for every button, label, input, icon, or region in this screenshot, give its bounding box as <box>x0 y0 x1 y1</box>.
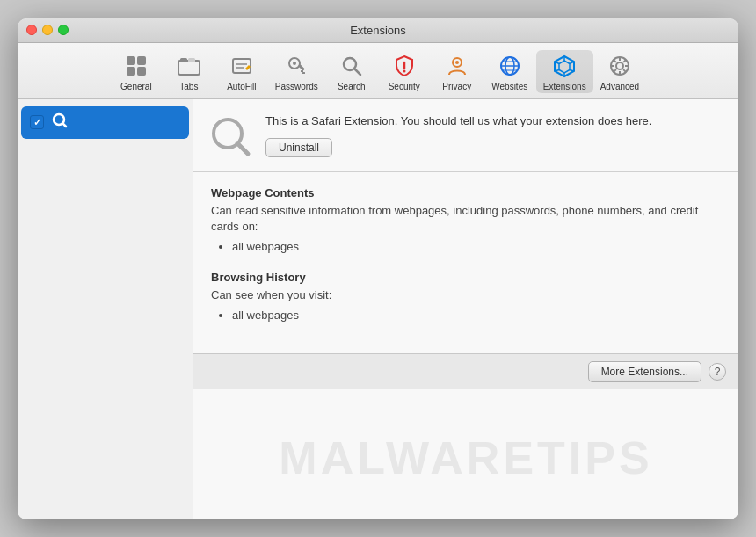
autofill-label: AutoFill <box>227 82 256 91</box>
svg-rect-6 <box>188 58 195 62</box>
extension-info: This is a Safari Extension. You should t… <box>265 113 721 157</box>
general-label: General <box>120 82 152 91</box>
titlebar: Extensions <box>18 18 738 43</box>
toolbar: General Tabs <box>18 43 738 99</box>
toolbar-item-security[interactable]: Security <box>378 50 431 93</box>
extension-sidebar-icon <box>51 112 69 134</box>
security-label: Security <box>389 82 420 91</box>
toolbar-item-tabs[interactable]: Tabs <box>163 50 215 93</box>
webpage-contents-list: all webpages <box>211 240 721 253</box>
svg-line-43 <box>614 69 616 72</box>
general-icon <box>122 52 150 80</box>
svg-point-35 <box>616 62 623 69</box>
extensions-label: Extensions <box>543 82 586 91</box>
main-panel: MALWARETIPS This is a Safari Extension. … <box>193 99 738 519</box>
websites-icon <box>496 52 524 80</box>
passwords-icon <box>282 52 310 80</box>
main-window: Extensions General <box>18 18 738 519</box>
svg-marker-27 <box>559 61 570 73</box>
extension-logo <box>207 113 253 159</box>
history-item: all webpages <box>232 308 721 322</box>
help-button[interactable]: ? <box>709 363 726 381</box>
extension-checkbox[interactable] <box>30 115 44 129</box>
autofill-icon <box>228 52 256 80</box>
svg-rect-12 <box>301 70 303 72</box>
privacy-icon <box>443 52 471 80</box>
toolbar-item-autofill[interactable]: AutoFill <box>215 50 268 93</box>
advanced-icon <box>606 52 634 80</box>
footer: More Extensions... ? <box>193 353 738 389</box>
svg-line-45 <box>63 123 67 127</box>
browsing-history-title: Browsing History <box>211 271 721 284</box>
svg-line-47 <box>237 143 248 154</box>
browsing-history-list: all webpages <box>211 308 721 322</box>
svg-rect-2 <box>127 67 135 76</box>
svg-rect-4 <box>178 61 200 75</box>
traffic-lights <box>26 25 69 35</box>
toolbar-item-general[interactable]: General <box>110 50 163 93</box>
sidebar <box>18 99 193 519</box>
webpage-contents-desc: Can read sensitive information from webp… <box>211 203 721 235</box>
permission-group-history: Browsing History Can see when you visit:… <box>211 271 721 322</box>
sidebar-item-search-ext[interactable] <box>21 106 189 139</box>
toolbar-item-advanced[interactable]: Advanced <box>593 50 646 93</box>
permission-group-webpage: Webpage Contents Can read sensitive info… <box>211 186 721 253</box>
tabs-label: Tabs <box>179 82 198 91</box>
toolbar-icons: General Tabs <box>110 50 646 93</box>
search-toolbar-icon <box>338 52 366 80</box>
content-area: MALWARETIPS This is a Safari Extension. … <box>18 99 738 519</box>
maximize-button[interactable] <box>58 25 69 35</box>
toolbar-item-extensions[interactable]: Extensions <box>536 50 593 93</box>
svg-rect-3 <box>137 67 146 76</box>
close-button[interactable] <box>26 25 37 35</box>
svg-rect-1 <box>137 56 146 65</box>
svg-line-41 <box>623 69 626 72</box>
tabs-icon <box>175 52 203 80</box>
window-title: Extensions <box>350 24 406 37</box>
extension-description: This is a Safari Extension. You should t… <box>265 113 721 129</box>
toolbar-item-privacy[interactable]: Privacy <box>431 50 483 93</box>
toolbar-item-search[interactable]: Search <box>325 50 378 93</box>
advanced-label: Advanced <box>600 82 639 91</box>
svg-point-18 <box>403 69 405 72</box>
websites-label: Websites <box>491 82 527 91</box>
svg-line-16 <box>354 69 360 75</box>
permissions-section: Webpage Contents Can read sensitive info… <box>193 172 738 354</box>
webpage-item: all webpages <box>232 240 721 253</box>
svg-rect-13 <box>302 72 305 74</box>
svg-rect-0 <box>127 56 135 65</box>
privacy-label: Privacy <box>442 82 471 91</box>
passwords-label: Passwords <box>275 82 318 91</box>
watermark: MALWARETIPS <box>279 432 652 484</box>
more-extensions-button[interactable]: More Extensions... <box>588 361 701 382</box>
svg-point-20 <box>455 61 459 64</box>
search-label: Search <box>338 82 366 91</box>
toolbar-item-passwords[interactable]: Passwords <box>268 50 325 93</box>
svg-rect-5 <box>180 58 187 62</box>
toolbar-item-websites[interactable]: Websites <box>483 50 536 93</box>
webpage-contents-title: Webpage Contents <box>211 186 721 200</box>
security-icon <box>390 52 418 80</box>
svg-rect-11 <box>298 63 305 70</box>
browsing-history-desc: Can see when you visit: <box>211 287 721 303</box>
svg-line-42 <box>623 60 626 62</box>
svg-line-40 <box>614 60 616 62</box>
uninstall-button[interactable]: Uninstall <box>265 138 332 157</box>
extensions-icon <box>550 52 578 80</box>
extension-header: This is a Safari Extension. You should t… <box>193 99 738 172</box>
minimize-button[interactable] <box>42 25 53 35</box>
svg-point-14 <box>293 62 296 65</box>
